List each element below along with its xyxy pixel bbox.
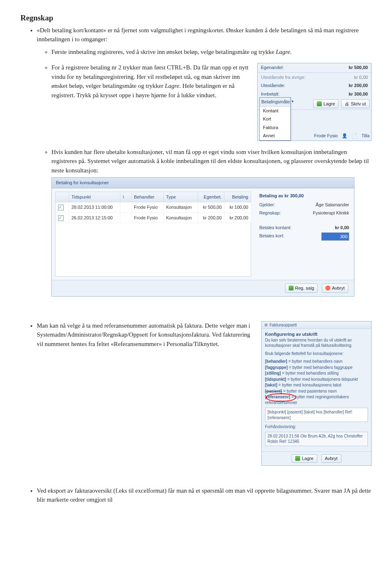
print-icon bbox=[345, 100, 349, 107]
save-icon bbox=[295, 456, 300, 461]
consultations-dialog: Betaling for konsultasjoner Tidspunkt \ … bbox=[51, 177, 354, 297]
fo-title: Fakturaoppsett bbox=[270, 322, 297, 328]
egenandel-value: kr 500,00 bbox=[349, 64, 368, 71]
kontant-label: Betales kontant: bbox=[259, 224, 292, 231]
cell-type: Konsultasjon bbox=[163, 212, 198, 223]
gear-icon: ⚙ bbox=[264, 322, 268, 328]
sub-3-text: Hvis kunden har flere ubetalte konsultas… bbox=[51, 149, 369, 174]
sub-2: For å registrere betaling nr 2 trykker m… bbox=[51, 63, 372, 141]
regnskap-label: Regnskap: bbox=[259, 210, 281, 217]
person-icon: 👤 bbox=[342, 132, 347, 139]
innbetalt-label: Innbetalt: bbox=[261, 91, 279, 98]
tag-key: [takst] bbox=[265, 383, 277, 387]
dialog-title: Betaling for konsultasjoner bbox=[52, 178, 354, 188]
chevron-down-icon: ▼ bbox=[291, 99, 294, 104]
table-row[interactable]: 26.02.2013 12:15:00 Frode Fysio Konsulta… bbox=[56, 212, 251, 223]
bullet-text: «Delt betaling kort/kontant» er nå fjern… bbox=[37, 27, 359, 43]
sub-2-em: Lagre bbox=[165, 83, 179, 89]
reg-salg-button[interactable]: Reg. salg bbox=[285, 284, 318, 293]
dd-item-faktura[interactable]: Faktura bbox=[260, 123, 290, 132]
sub-1-em: Lagre. bbox=[276, 49, 292, 55]
lagre-button[interactable]: Lagre bbox=[313, 99, 339, 109]
cell-tidspunkt: 26.02.2013 12:15:00 bbox=[69, 212, 120, 223]
col-egenbet[interactable]: Egenbet. bbox=[198, 192, 224, 202]
col-behandler[interactable]: Behandler bbox=[131, 192, 164, 202]
sub-1-text: Første innbetaling registreres, ved å sk… bbox=[51, 49, 276, 55]
fo-lagre-button[interactable]: Lagre bbox=[292, 454, 317, 463]
table-empty-area bbox=[55, 223, 251, 277]
col-type[interactable]: Type bbox=[163, 192, 198, 202]
doc-icon: 📄 bbox=[352, 132, 357, 139]
gjelder-value: Åge Salamander bbox=[316, 201, 349, 208]
tag-key: [faggruppe] bbox=[265, 365, 288, 370]
bullet-main-3: Ved eksport av fakturaoversikt (f.eks ti… bbox=[37, 486, 372, 505]
heading: Regnskap bbox=[20, 12, 372, 24]
save-icon bbox=[289, 286, 294, 290]
skriv-label: Skriv ut bbox=[351, 100, 366, 107]
cancel-icon bbox=[325, 286, 330, 290]
lagre-label: Lagre bbox=[323, 100, 335, 107]
tag-key: [referansenr] bbox=[265, 395, 290, 399]
avbryt-label: Avbryt bbox=[332, 285, 345, 292]
fo-heading: Konfigurering av utskrift bbox=[265, 332, 317, 337]
footer-tag: Tilla bbox=[361, 132, 370, 139]
tag-key: [pasient] bbox=[265, 389, 282, 393]
tag-desc: = bytter med konsultasjonens takst bbox=[277, 383, 341, 387]
cell-behandler: Frode Fysio bbox=[131, 202, 164, 213]
dd-item-kontant[interactable]: Kontant bbox=[260, 107, 290, 115]
gjelder-label: Gjelder: bbox=[259, 201, 275, 208]
fo-lagre-label: Lagre bbox=[302, 455, 313, 462]
merge-tags: [behandler] = bytter med behandlers navn… bbox=[265, 359, 368, 405]
col-sort[interactable]: \ bbox=[120, 192, 131, 202]
fakturaoppsett-dialog: ⚙Fakturaoppsett Konfigurering av utskrif… bbox=[261, 321, 372, 466]
row-checkbox[interactable] bbox=[58, 205, 64, 210]
cell-behandler: Frode Fysio bbox=[131, 212, 164, 223]
innbetalt-value: kr 300,00 bbox=[349, 91, 368, 98]
payment-method-dropdown[interactable]: Betalingsmåte:▼ Kontant Kort Faktura Ann… bbox=[259, 97, 291, 141]
cell-egenbet: kr 500,00 bbox=[198, 202, 224, 213]
dd-item-annet[interactable]: Annet bbox=[260, 132, 290, 140]
payment-side: Betaling av kr 300,00 Gjelder:Åge Salama… bbox=[254, 188, 354, 280]
payment-panel: Egenandel:kr 500,00 Utestående fra øvrig… bbox=[257, 63, 372, 141]
side-header: Betaling av kr 300,00 bbox=[259, 192, 349, 199]
bullet-main-1: «Delt betaling kort/kontant» er nå fjern… bbox=[37, 26, 372, 297]
col-check[interactable] bbox=[56, 192, 69, 202]
row-checkbox[interactable] bbox=[58, 215, 64, 221]
consultations-table: Tidspunkt \ Behandler Type Egenbet. Beta… bbox=[55, 192, 251, 223]
col-tidspunkt[interactable]: Tidspunkt bbox=[69, 192, 120, 202]
fo-intro: Du kan selv bestemme hvordan du vil utsk… bbox=[265, 338, 352, 348]
regnskap-value: Fysioterapi Klinikk bbox=[313, 210, 349, 217]
egenandel-label: Egenandel: bbox=[261, 64, 284, 71]
fo-avbryt-button[interactable]: Avbryt bbox=[321, 454, 341, 463]
table-row[interactable]: 28.02.2013 11:00:00 Frode Fysio Konsulta… bbox=[56, 202, 251, 213]
footer-name: Frode Fysio bbox=[314, 132, 338, 139]
template-input[interactable]: [tidspunkt] [pasient] [takst] hos [behan… bbox=[265, 408, 368, 422]
bullet-main-2: Man kan nå velge å ta med referansenumme… bbox=[37, 321, 372, 466]
cell-type: Konsultasjon bbox=[163, 202, 198, 213]
fo-avbryt-label: Avbryt bbox=[325, 455, 338, 462]
sub-1: Første innbetaling registreres, ved å sk… bbox=[51, 47, 372, 57]
tag-desc: = bytter med konsultasjonens tidspunkt bbox=[286, 377, 358, 382]
preview-label: Forhåndsvisning: bbox=[265, 424, 368, 430]
avbryt-button[interactable]: Avbryt bbox=[322, 284, 348, 293]
skriv-ut-button[interactable]: Skriv ut bbox=[341, 99, 370, 109]
cell-egenbet: kr 200,00 bbox=[198, 212, 224, 223]
bullet-2-text: Man kan nå velge å ta med referansenumme… bbox=[37, 321, 256, 349]
cell-tidspunkt: 28.02.2013 11:00:00 bbox=[69, 202, 120, 213]
sub-3: Hvis kunden har flere ubetalte konsultas… bbox=[51, 147, 372, 297]
kort-input[interactable]: 300 bbox=[321, 232, 349, 241]
tag-key: [stilling] bbox=[265, 371, 281, 375]
cell-betaling: kr 200,00 bbox=[224, 212, 251, 223]
kontant-value: kr 0,00 bbox=[335, 224, 349, 231]
col-betaling[interactable]: Betaling bbox=[224, 192, 251, 202]
cell-betaling: kr 100,00 bbox=[224, 202, 251, 213]
dd-item-kort[interactable]: Kort bbox=[260, 115, 290, 123]
tag-desc: = bytter med pasientens navn bbox=[282, 389, 337, 393]
fo-intro2: Bruk følgende flettefelt for konsultasjo… bbox=[265, 351, 343, 356]
tag-desc: = bytter med behandlers navn bbox=[287, 359, 342, 364]
tag-key: [behandler] bbox=[265, 359, 287, 364]
tag-key: [tidspunkt] bbox=[265, 377, 286, 382]
utest-ovrige-value: kr 0,00 bbox=[354, 74, 368, 81]
utest-value: kr 200,00 bbox=[349, 82, 368, 89]
kort-label: Betales kort: bbox=[259, 232, 284, 241]
